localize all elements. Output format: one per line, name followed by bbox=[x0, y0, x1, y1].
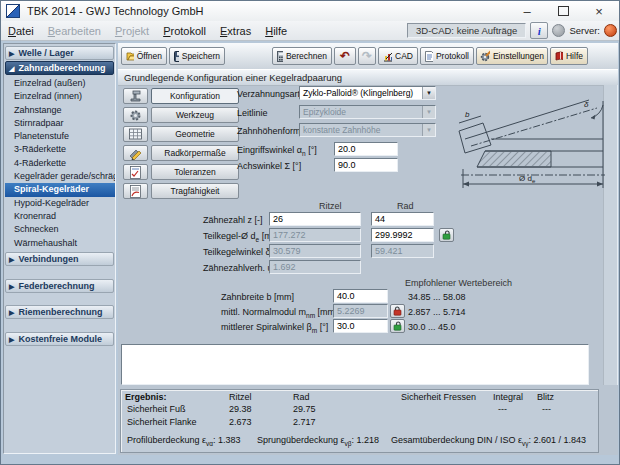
sidebar-item-planetenstufe[interactable]: Planetenstufe bbox=[5, 130, 115, 143]
save-button[interactable]: Speichern bbox=[169, 47, 225, 65]
sidebar-item-zahnstange[interactable]: Zahnstange bbox=[5, 104, 115, 117]
save-label: Speichern bbox=[182, 51, 220, 61]
werkzeug-icon[interactable] bbox=[123, 107, 148, 123]
verzahnungsart-select[interactable]: Zyklo-Palloid® (Klingelnberg) ▼ bbox=[299, 86, 436, 100]
sidebar-item-einzelrad-innen[interactable]: Einzelrad (innen) bbox=[5, 90, 115, 103]
normalmodul-label: mittl. Normalmodul mnm [mm] bbox=[221, 307, 338, 319]
open-folder-icon bbox=[126, 51, 134, 61]
tab-radkoerpermasse[interactable]: Radkörpermaße bbox=[151, 145, 239, 161]
spiralwinkel-lock-button[interactable] bbox=[390, 319, 405, 333]
minimize-icon: – bbox=[523, 4, 530, 19]
result-fressen-blitz: --- bbox=[542, 404, 551, 414]
teilkegel-lock-button[interactable] bbox=[439, 228, 454, 242]
close-button[interactable]: × bbox=[581, 1, 617, 21]
message-box bbox=[121, 344, 589, 385]
window-frame bbox=[1, 455, 620, 465]
menu-projekt: Projekt bbox=[108, 22, 156, 41]
close-icon: × bbox=[595, 4, 603, 19]
menu-extras[interactable]: Extras bbox=[213, 22, 258, 41]
cad-button[interactable]: CAD bbox=[378, 47, 418, 65]
redo-icon: ↷ bbox=[362, 50, 372, 62]
info-button[interactable]: i bbox=[530, 22, 548, 39]
dropdown-arrow-icon: ▼ bbox=[422, 106, 435, 118]
result-fuss-ritzel: 29.38 bbox=[229, 404, 252, 414]
zahnhoehenform-value: konstante Zahnhöhe bbox=[300, 124, 422, 136]
undo-button[interactable]: ↶ bbox=[334, 47, 356, 65]
tab-toleranzen[interactable]: Toleranzen bbox=[151, 164, 239, 180]
server-label: Server: bbox=[569, 25, 600, 36]
sidebar-item-einzelrad-aussen[interactable]: Einzelrad (außen) bbox=[5, 77, 115, 90]
help-label: Hilfe bbox=[566, 51, 583, 61]
geometrie-icon[interactable] bbox=[123, 126, 148, 142]
group-label: Verbindungen bbox=[18, 254, 78, 264]
open-button[interactable]: Öffnen bbox=[121, 47, 167, 65]
open-label: Öffnen bbox=[137, 51, 162, 61]
sidebar-item-waermehaushalt[interactable]: Wärmehaushalt bbox=[5, 237, 115, 250]
sidebar-group-zahnradberechnung[interactable]: ◢Zahnradberechnung bbox=[5, 61, 114, 75]
sidebar-group-kostenfreie-module[interactable]: ▶Kostenfreie Module bbox=[5, 332, 114, 346]
settings-button[interactable]: Einstellungen bbox=[476, 47, 548, 65]
spiralwinkel-input[interactable]: 30.0 bbox=[333, 319, 388, 333]
result-row-label: Sicherheit Flanke bbox=[127, 417, 197, 427]
sidebar-item-4-raederkette[interactable]: 4-Räderkette bbox=[5, 157, 115, 170]
calculator-icon bbox=[277, 51, 283, 62]
sidebar-group-federberechnung[interactable]: ▶Federberechnung bbox=[5, 279, 114, 293]
sidebar-item-spiral-kegelraeder[interactable]: Spiral-Kegelräder bbox=[5, 183, 115, 196]
sidebar-item-kronenrad[interactable]: Kronenrad bbox=[5, 210, 115, 223]
tragfaehigkeit-icon[interactable] bbox=[123, 183, 148, 199]
achswinkel-input[interactable]: 90.0 bbox=[334, 158, 398, 172]
app-window: TBK 2014 - GWJ Technology GmbH – × Datei… bbox=[0, 0, 620, 465]
gesamtueberdeckung-value: Gesamtüberdeckung DIN / ISO εvγ: 2.601 /… bbox=[391, 435, 586, 447]
menu-datei[interactable]: Datei bbox=[1, 22, 41, 41]
sidebar-item-schnecken[interactable]: Schnecken bbox=[5, 223, 115, 236]
chevron-right-icon: ▶ bbox=[9, 309, 14, 316]
sidebar-item-3-raederkette[interactable]: 3-Räderkette bbox=[5, 143, 115, 156]
results-title: Ergebnis: bbox=[125, 392, 167, 402]
save-floppy-icon bbox=[174, 51, 179, 62]
konfiguration-icon[interactable] bbox=[123, 88, 148, 104]
tab-konfiguration[interactable]: Konfiguration bbox=[151, 88, 239, 104]
minimize-button[interactable]: – bbox=[509, 1, 545, 21]
column-header-ritzel: Ritzel bbox=[319, 201, 342, 211]
achswinkel-label: Achswinkel Σ [°] bbox=[237, 161, 301, 171]
maximize-button[interactable] bbox=[545, 1, 581, 21]
menu-protokoll[interactable]: Protokoll bbox=[156, 22, 213, 41]
protocol-button[interactable]: Protokoll bbox=[420, 47, 474, 65]
help-button[interactable]: Hilfe bbox=[550, 47, 588, 65]
sidebar-item-hypoid-kegelraeder[interactable]: Hypoid-Kegelräder bbox=[5, 197, 115, 210]
chevron-right-icon: ▶ bbox=[9, 283, 14, 290]
zahnbreite-input[interactable]: 40.0 bbox=[333, 289, 388, 303]
normalmodul-lock-button[interactable] bbox=[390, 304, 405, 318]
teilkegel-rad-input[interactable]: 299.9992 bbox=[371, 228, 434, 242]
sidebar-item-kegelraeder-gerade[interactable]: Kegelräder gerade/schräg bbox=[5, 170, 115, 183]
toleranzen-icon[interactable] bbox=[123, 164, 148, 180]
dropdown-arrow-icon: ▼ bbox=[422, 124, 435, 136]
menu-hilfe[interactable]: Hilfe bbox=[258, 22, 294, 41]
dropdown-arrow-icon[interactable]: ▼ bbox=[422, 87, 435, 99]
server-status-dot-icon bbox=[604, 24, 617, 37]
window-controls: – × bbox=[509, 1, 617, 21]
sidebar-group-verbindungen[interactable]: ▶Verbindungen bbox=[5, 252, 114, 266]
undo-icon: ↶ bbox=[340, 50, 350, 62]
zaehnezahl-rad-input[interactable]: 44 bbox=[371, 212, 434, 226]
sidebar-group-welle-lager[interactable]: ▶Welle / Lager bbox=[5, 46, 114, 60]
zaehnezahl-label: Zähnezahl z [-] bbox=[203, 215, 263, 225]
sidebar-group-riemenberechnung[interactable]: ▶Riemenberechnung bbox=[5, 305, 114, 319]
results-col-fressen: Sicherheit Fressen bbox=[401, 392, 476, 402]
tab-geometrie[interactable]: Geometrie bbox=[151, 126, 239, 142]
menu-bearbeiten: Bearbeiten bbox=[41, 22, 108, 41]
result-flanke-ritzel: 2.673 bbox=[229, 417, 252, 427]
zahnbreite-range: 34.85 ... 58.08 bbox=[408, 292, 466, 302]
group-label: Riemenberechnung bbox=[18, 307, 102, 317]
teilkegel-ritzel-field: 177.272 bbox=[269, 228, 361, 242]
diagram-delta-label: δ bbox=[584, 100, 589, 109]
calculate-button[interactable]: Berechnen bbox=[272, 47, 332, 65]
sidebar-item-stirnradpaar[interactable]: Stirnradpaar bbox=[5, 117, 115, 130]
spiralwinkel-label: mittlerer Spiralwinkel βm [°] bbox=[221, 322, 328, 334]
eingriffswinkel-input[interactable]: 20.0 bbox=[334, 142, 398, 156]
tab-tragfaehigkeit[interactable]: Tragfähigkeit bbox=[151, 183, 239, 199]
tab-werkzeug[interactable]: Werkzeug bbox=[151, 107, 239, 123]
zaehnezahl-ritzel-input[interactable]: 26 bbox=[269, 212, 361, 226]
group-label: Federberechnung bbox=[18, 281, 94, 291]
radkoerpermasse-icon[interactable] bbox=[123, 145, 148, 161]
